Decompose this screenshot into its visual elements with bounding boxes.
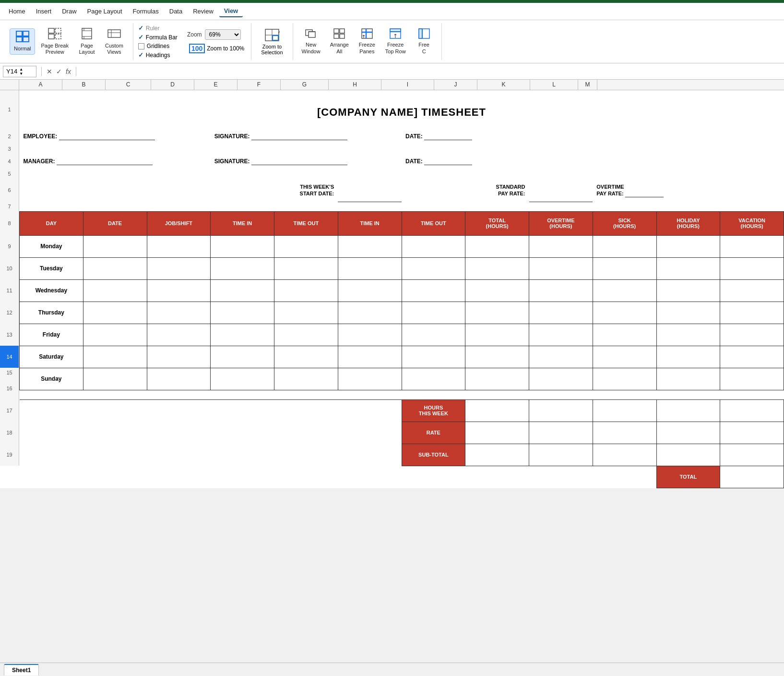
cell-tue-ot[interactable] bbox=[529, 257, 593, 279]
insert-function-icon[interactable]: fx bbox=[66, 68, 71, 75]
hours-this-week-ot[interactable] bbox=[529, 399, 593, 422]
cell-tue-date[interactable] bbox=[83, 257, 147, 279]
freeze-top-row-btn[interactable]: Freeze Top Row bbox=[381, 26, 410, 56]
employee-field[interactable] bbox=[59, 133, 155, 140]
cancel-formula-icon[interactable]: ✕ bbox=[47, 68, 52, 75]
cell-thu-holiday[interactable] bbox=[656, 302, 720, 324]
col-header-a[interactable]: A bbox=[19, 80, 62, 90]
cell-sat-job[interactable] bbox=[147, 346, 211, 368]
cell-wed-ti1[interactable] bbox=[211, 279, 274, 302]
gridlines-row[interactable]: Gridlines bbox=[138, 43, 178, 49]
col-header-i[interactable]: I bbox=[381, 80, 434, 90]
cell-wed-to2[interactable] bbox=[402, 279, 465, 302]
date-field-1[interactable] bbox=[424, 133, 472, 140]
cell-wed-date[interactable] bbox=[83, 279, 147, 302]
row-num-11[interactable]: 11 bbox=[0, 279, 19, 302]
cell-thu-sick[interactable] bbox=[593, 302, 656, 324]
total-value[interactable] bbox=[720, 466, 784, 488]
cell-sat-ti1[interactable] bbox=[211, 346, 274, 368]
cell-sun-date[interactable] bbox=[83, 368, 147, 390]
cell-fri-holiday[interactable] bbox=[656, 324, 720, 346]
rate-vacation[interactable] bbox=[720, 422, 784, 444]
cell-mon-date[interactable] bbox=[83, 235, 147, 257]
row-num-5[interactable]: 5 bbox=[0, 169, 19, 179]
cell-fri-date[interactable] bbox=[83, 324, 147, 346]
date-field-2[interactable] bbox=[424, 158, 472, 165]
confirm-formula-icon[interactable]: ✓ bbox=[56, 68, 62, 75]
cell-thu-to1[interactable] bbox=[274, 302, 338, 324]
signature-field-2[interactable] bbox=[251, 158, 347, 165]
cell-thu-to2[interactable] bbox=[402, 302, 465, 324]
cell-ref-arrows[interactable]: ▲▼ bbox=[19, 67, 23, 76]
cell-sun-vacation[interactable] bbox=[720, 368, 784, 390]
cell-sat-sick[interactable] bbox=[593, 346, 656, 368]
subtotal-vacation[interactable] bbox=[720, 444, 784, 466]
custom-views-btn[interactable]: Custom Views bbox=[101, 26, 127, 57]
cell-sat-date[interactable] bbox=[83, 346, 147, 368]
col-header-c[interactable]: C bbox=[106, 80, 151, 90]
headings-row[interactable]: ✓ Headings bbox=[138, 51, 178, 59]
zoom-100-btn[interactable]: 100 Zoom to 100% bbox=[187, 43, 246, 54]
hours-this-week-holiday[interactable] bbox=[656, 399, 720, 422]
col-header-g[interactable]: G bbox=[281, 80, 329, 90]
rate-sick[interactable] bbox=[593, 422, 656, 444]
cell-wed-to1[interactable] bbox=[274, 279, 338, 302]
cell-tue-total[interactable] bbox=[465, 257, 529, 279]
cell-sat-to1[interactable] bbox=[274, 346, 338, 368]
cell-mon-holiday[interactable] bbox=[656, 235, 720, 257]
cell-mon-to1[interactable] bbox=[274, 235, 338, 257]
row-num-1[interactable]: 1 bbox=[0, 90, 19, 129]
col-header-k[interactable]: K bbox=[477, 80, 530, 90]
col-header-e[interactable]: E bbox=[194, 80, 238, 90]
day-thursday[interactable]: Thursday bbox=[20, 302, 83, 324]
normal-view-btn[interactable]: Normal bbox=[10, 28, 35, 54]
row-num-9[interactable]: 9 bbox=[0, 235, 19, 257]
cell-thu-date[interactable] bbox=[83, 302, 147, 324]
cell-sat-holiday[interactable] bbox=[656, 346, 720, 368]
cell-sun-ti2[interactable] bbox=[338, 368, 402, 390]
cell-sun-ti1[interactable] bbox=[211, 368, 274, 390]
new-window-btn[interactable]: New Window bbox=[298, 26, 324, 56]
cell-sat-vacation[interactable] bbox=[720, 346, 784, 368]
col-header-h[interactable]: H bbox=[329, 80, 381, 90]
row-num-19[interactable]: 19 bbox=[0, 444, 19, 466]
day-monday[interactable]: Monday bbox=[20, 235, 83, 257]
day-sunday[interactable]: Sunday bbox=[20, 368, 83, 390]
cell-sun-to1[interactable] bbox=[274, 368, 338, 390]
cell-thu-total[interactable] bbox=[465, 302, 529, 324]
day-saturday[interactable]: Saturday bbox=[20, 346, 83, 368]
hours-this-week-sick[interactable] bbox=[593, 399, 656, 422]
cell-sat-ot[interactable] bbox=[529, 346, 593, 368]
cell-thu-vacation[interactable] bbox=[720, 302, 784, 324]
row-num-16[interactable]: 16 bbox=[0, 377, 19, 399]
cell-fri-to1[interactable] bbox=[274, 324, 338, 346]
col-header-f[interactable]: F bbox=[238, 80, 281, 90]
formula-input[interactable] bbox=[81, 68, 781, 75]
cell-fri-ot[interactable] bbox=[529, 324, 593, 346]
cell-tue-to2[interactable] bbox=[402, 257, 465, 279]
rate-holiday[interactable] bbox=[656, 422, 720, 444]
day-friday[interactable]: Friday bbox=[20, 324, 83, 346]
menu-data[interactable]: Data bbox=[165, 6, 187, 17]
rate-total[interactable] bbox=[465, 422, 529, 444]
cell-wed-ti2[interactable] bbox=[338, 279, 402, 302]
formula-bar-row[interactable]: ✓ Formula Bar bbox=[138, 34, 178, 41]
cell-fri-to2[interactable] bbox=[402, 324, 465, 346]
menu-home[interactable]: Home bbox=[4, 6, 30, 17]
cell-sun-total[interactable] bbox=[465, 368, 529, 390]
cell-mon-job[interactable] bbox=[147, 235, 211, 257]
menu-view[interactable]: View bbox=[219, 5, 243, 17]
cell-sat-to2[interactable] bbox=[402, 346, 465, 368]
row-num-10[interactable]: 10 bbox=[0, 257, 19, 279]
page-layout-btn[interactable]: Page Layout bbox=[74, 26, 99, 57]
day-tuesday[interactable]: Tuesday bbox=[20, 257, 83, 279]
freeze-col-btn[interactable]: Free C bbox=[412, 26, 437, 56]
subtotal-holiday[interactable] bbox=[656, 444, 720, 466]
cell-tue-sick[interactable] bbox=[593, 257, 656, 279]
cell-sat-total[interactable] bbox=[465, 346, 529, 368]
cell-tue-holiday[interactable] bbox=[656, 257, 720, 279]
col-header-l[interactable]: L bbox=[530, 80, 578, 90]
zoom-select[interactable]: 69% 75% 100% 125% 150% bbox=[205, 29, 241, 40]
cell-thu-ti2[interactable] bbox=[338, 302, 402, 324]
cell-mon-ti2[interactable] bbox=[338, 235, 402, 257]
